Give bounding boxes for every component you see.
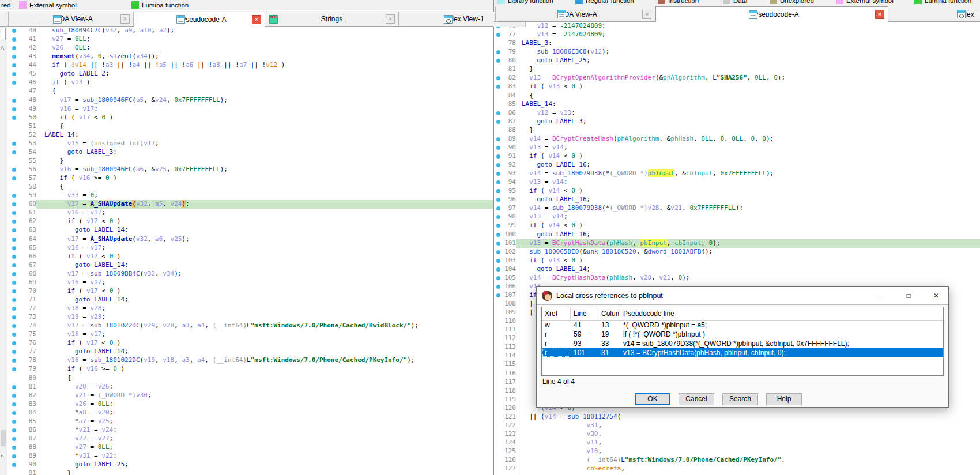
code-line[interactable]: 82 v21 = (_DWORD *)v30; — [0, 391, 493, 400]
code-line[interactable]: 88 v27 = 0LL; — [0, 443, 493, 452]
code-line[interactable]: 99 if ( v14 < 0 ) — [494, 221, 980, 230]
code-line[interactable]: 122 v31, — [494, 421, 980, 430]
maximize-icon[interactable]: □ — [900, 290, 917, 301]
code-line[interactable]: 77 goto LABEL_14; — [0, 348, 493, 356]
code-line[interactable]: 79 sub_18006E3C8(v12); — [494, 48, 980, 56]
code-line[interactable]: 55 } — [0, 157, 493, 165]
code-line[interactable]: 100 goto LABEL_16; — [494, 231, 980, 239]
code-line[interactable]: 76 if ( v17 < 0 ) — [0, 339, 493, 348]
code-line[interactable]: 42 v26 = 0LL; — [0, 44, 493, 52]
code-line[interactable]: 102 sub_180065DE0(&unk_18018C520, &dword… — [494, 248, 980, 257]
code-line[interactable]: 95 if ( v14 < 0 ) — [494, 187, 980, 195]
code-line[interactable]: 45 goto LABEL_2; — [0, 70, 493, 78]
code-line[interactable]: 79 if ( v16 >= 0 ) — [0, 365, 493, 374]
code-line[interactable]: 91 } — [0, 469, 493, 475]
xref-row[interactable]: r10131v13 = BCryptHashData(phHash, pbInp… — [542, 348, 943, 357]
code-line[interactable]: 52LABEL_14: — [0, 131, 493, 140]
code-line[interactable]: 67 goto LABEL_14; — [0, 261, 493, 270]
code-line[interactable]: 78 v16 = sub_1801022DC(v19, v18, a3, a4,… — [0, 356, 493, 365]
code-line[interactable]: 83 if ( v13 < 0 ) — [494, 82, 980, 91]
code-line[interactable]: 91 if ( v14 < 0 ) — [494, 152, 980, 161]
code-line[interactable]: 70 if ( v17 < 0 ) — [0, 287, 493, 296]
code-line[interactable]: 46 if ( v13 ) — [0, 78, 493, 87]
code-line[interactable]: 61 v16 = v17; — [0, 209, 493, 217]
code-line[interactable]: 59 v33 = 0; — [0, 191, 493, 200]
code-line[interactable]: 105 v14 = BCryptHashData(phHash, v28, v2… — [494, 274, 980, 282]
code-line[interactable]: 80 { — [0, 374, 493, 383]
code-line[interactable]: 51 { — [0, 122, 493, 131]
close-icon[interactable]: ✕ — [928, 290, 945, 301]
code-line[interactable]: 62 if ( v17 < 0 ) — [0, 217, 493, 226]
code-line[interactable]: 57 if ( v16 >= 0 ) — [0, 174, 493, 183]
code-line[interactable]: 81 v20 = v26; — [0, 383, 493, 391]
column-header-line[interactable]: Line — [571, 307, 598, 320]
cancel-button[interactable]: Cancel — [679, 393, 714, 405]
code-line[interactable]: 101 v13 = BCryptHashData(phHash, pbInput… — [494, 239, 980, 248]
code-line[interactable]: 63 goto LABEL_14; — [0, 226, 493, 235]
minimize-icon[interactable]: – — [871, 290, 888, 301]
code-line[interactable]: 104 goto LABEL_14; — [494, 265, 980, 274]
code-line[interactable]: 80 goto LABEL_25; — [494, 56, 980, 65]
close-tab-icon[interactable]: ✕ — [386, 14, 395, 24]
code-line[interactable]: 97 v14 = sub_180079D38(*(_QWORD *)v28, &… — [494, 204, 980, 213]
code-line[interactable]: 84 { — [494, 92, 980, 100]
tab-pseudocode-a[interactable]: Pseudocode-A✕ — [655, 6, 888, 22]
code-line[interactable]: 41 v27 = 0LL; — [0, 35, 493, 44]
help-button[interactable]: Help — [766, 393, 802, 405]
code-line[interactable]: 94 v13 = v14; — [494, 178, 980, 187]
tab-ida-view-a[interactable]: IDA View-A✕ — [495, 6, 655, 22]
code-line[interactable]: 90 goto LABEL_25; — [0, 461, 493, 469]
code-line[interactable]: 53 v15 = (unsigned int)v17; — [0, 140, 493, 148]
column-header-pseudocode-line[interactable]: Pseudocode line — [620, 307, 943, 320]
code-line[interactable]: 60 v17 = A_SHAUpdate(v32, a5, v24); — [0, 200, 493, 209]
code-line[interactable]: 40 sub_180094C7C(v32, a9, a10, a2); — [0, 27, 493, 35]
xref-row[interactable]: r9333v14 = sub_180079D38(*(_QWORD *)pbIn… — [542, 339, 943, 348]
code-line[interactable]: 103 if ( v13 < 0 ) — [494, 257, 980, 265]
code-line[interactable]: 121 || (v14 = sub_180112754( — [494, 413, 980, 421]
close-tab-icon[interactable]: ✕ — [642, 10, 651, 19]
column-header-column[interactable]: Column — [598, 307, 620, 320]
code-line[interactable]: 54 goto LABEL_3; — [0, 148, 493, 157]
code-line[interactable]: 65 v16 = v17; — [0, 244, 493, 252]
left-code-area[interactable]: 40 sub_180094C7C(v32, a9, a10, a2);41 v2… — [0, 27, 493, 475]
code-line[interactable]: 43 memset(v34, 0, sizeof(v34)); — [0, 52, 493, 61]
ok-button[interactable]: OK — [635, 393, 670, 405]
code-line[interactable]: 56 v16 = sub_1800946FC(a6, &v25, 0x7FFFF… — [0, 165, 493, 174]
tab-hex[interactable]: Hex — [888, 6, 980, 22]
panel-fragment-scroll[interactable] — [1, 430, 6, 446]
code-line[interactable]: 73 v19 = v29; — [0, 313, 493, 322]
code-line[interactable]: 74 v17 = sub_1801022DC(v29, v28, a3, a4,… — [0, 322, 493, 330]
code-line[interactable]: 88 } — [494, 126, 980, 135]
close-tab-icon[interactable]: ✕ — [252, 15, 261, 24]
code-line[interactable]: 78LABEL_3: — [494, 39, 980, 48]
column-header-xref[interactable]: Xref — [542, 307, 571, 320]
code-line[interactable]: 84 *a8 = v20; — [0, 409, 493, 417]
code-line[interactable]: 83 v26 = 0LL; — [0, 400, 493, 409]
code-line[interactable]: 85LABEL_14: — [494, 100, 980, 109]
code-line[interactable]: 75 v16 = v17; — [0, 330, 493, 339]
scroll-arrow-icon[interactable]: ▾ — [1, 453, 3, 458]
code-line[interactable]: 96 goto LABEL_16; — [494, 195, 980, 204]
code-line[interactable]: 89 *v31 = v22; — [0, 452, 493, 461]
code-line[interactable]: 64 v17 = A_SHAUpdate(v32, a6, v25); — [0, 235, 493, 244]
code-line[interactable]: 82 v13 = BCryptOpenAlgorithmProvider(&ph… — [494, 74, 980, 82]
close-tab-icon[interactable]: ✕ — [120, 14, 130, 24]
code-line[interactable]: 77 v13 = -2147024809; — [494, 31, 980, 39]
code-line[interactable]: 66 if ( v17 < 0 ) — [0, 252, 493, 261]
code-line[interactable]: 81 } — [494, 65, 980, 74]
code-line[interactable]: 69 v16 = v17; — [0, 278, 493, 287]
close-tab-icon[interactable]: ✕ — [875, 10, 884, 19]
code-line[interactable]: 86 *v21 = v24; — [0, 426, 493, 435]
search-button[interactable]: Search — [722, 393, 758, 405]
tab-strings[interactable]: ""Strings✕ — [265, 12, 399, 27]
xref-row[interactable]: w4113*(_QWORD *)pbInput = a5; — [542, 321, 943, 330]
code-line[interactable]: 126 (__int64)L"msft:Windows/7.0/Phone/Ca… — [494, 456, 980, 465]
code-line[interactable]: 93 v14 = sub_180079D38(*(_QWORD *)pbInpu… — [494, 169, 980, 178]
code-line[interactable]: 123 v30, — [494, 430, 980, 439]
code-line[interactable]: 58 { — [0, 183, 493, 191]
xref-list[interactable]: XrefLineColumnPseudocode line w4113*(_QW… — [541, 307, 944, 376]
code-line[interactable]: 87 goto LABEL_3; — [494, 118, 980, 126]
code-line[interactable]: 47 { — [0, 87, 493, 96]
code-line[interactable]: 98 v13 = v14; — [494, 213, 980, 221]
code-line[interactable]: 48 v17 = sub_1800946FC(a5, &v24, 0x7FFFF… — [0, 96, 493, 105]
